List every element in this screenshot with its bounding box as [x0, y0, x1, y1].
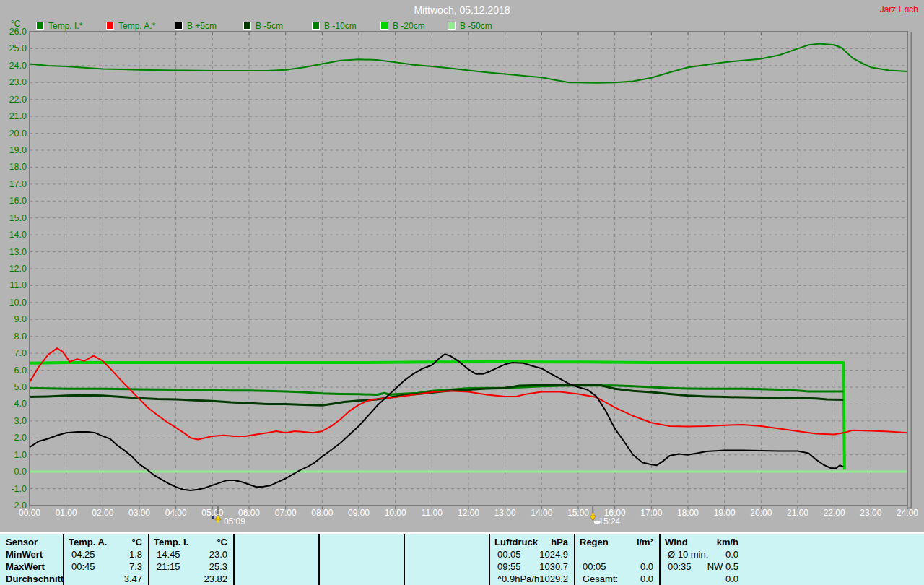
table-cell-value: 0.0: [659, 573, 738, 584]
x-tick-label: 21:00: [787, 508, 808, 518]
stats-table: SensorMinWertMaxWertDurchschnittTemp. A.…: [0, 534, 924, 585]
sunrise-time: 05:09: [224, 516, 245, 526]
x-tick-label: 17:00: [640, 508, 662, 518]
y-tick-label: 17.0: [9, 179, 27, 189]
y-tick-label: 7.0: [14, 348, 27, 358]
table-row-label-maxwert: MaxWert: [6, 561, 45, 572]
y-tick-label: 4.0: [14, 399, 27, 409]
table-cell-value: 1030.7: [489, 561, 568, 572]
x-tick-label: 15:00: [567, 508, 589, 518]
plot-border: [30, 32, 912, 508]
chart-series: [30, 43, 907, 490]
x-tick-label: 13:00: [494, 508, 516, 518]
x-tick-label: 19:00: [714, 508, 736, 518]
table-cell-value: 0.0: [574, 561, 653, 572]
y-tick-label: 8.0: [14, 332, 27, 342]
x-tick-label: 07:00: [275, 508, 297, 518]
y-tick-label: 0.0: [14, 467, 27, 477]
grid-lines: [30, 32, 907, 506]
y-tick-label: 11.0: [10, 280, 27, 290]
x-tick-label: 22:00: [824, 508, 845, 518]
y-tick-label: 19.0: [9, 145, 27, 155]
series-b-5cm-line: [30, 354, 843, 490]
y-tick-label: 25.0: [9, 43, 27, 53]
x-tick-label: 23:00: [860, 508, 881, 518]
y-tick-label: 3.0: [14, 416, 27, 426]
y-tick-label: 20.0: [9, 129, 27, 139]
y-tick-label: 26.0: [9, 27, 27, 37]
y-tick-label: 24.0: [9, 61, 27, 71]
table-cell-value: 3.47: [63, 573, 142, 584]
y-tick-label: 22.0: [9, 95, 27, 105]
x-tick-label: 12:00: [458, 508, 479, 518]
x-tick-label: 14:00: [531, 508, 552, 518]
table-unit-wind: km/h: [659, 537, 738, 547]
x-tick-label: 24:00: [897, 508, 918, 518]
table-column-separator: [318, 534, 320, 585]
table-unit-luftdruck: hPa: [489, 537, 568, 547]
x-tick-label: 00:00: [19, 508, 40, 518]
table-cell-value: 1.8: [63, 549, 142, 560]
series-b-20cm-line: [30, 362, 845, 469]
x-tick-label: 03:00: [128, 508, 150, 518]
table-cell-value: 1024.9: [489, 549, 568, 560]
table-row-label-sensor: Sensor: [6, 537, 38, 547]
y-tick-label: 1.0: [14, 450, 27, 460]
x-tick-label: 09:00: [348, 508, 370, 518]
y-tick-label: 6.0: [14, 365, 27, 376]
chart-plot: 26.025.024.023.022.021.020.019.018.017.0…: [0, 0, 924, 534]
table-row-label-minwert: MinWert: [6, 549, 43, 560]
y-tick-label: 23.0: [9, 77, 27, 87]
table-cell-value: 23.0: [148, 549, 227, 560]
y-tick-label: 21.0: [9, 111, 27, 121]
table-cell-value: 23.82: [148, 573, 227, 584]
y-tick-label: 18.0: [9, 162, 27, 172]
y-tick-label: 14.0: [9, 230, 27, 240]
table-unit-temp-i: °C: [148, 537, 227, 547]
table-cell-value: 25.3: [148, 561, 227, 572]
y-tick-label: 16.0: [9, 196, 27, 206]
x-tick-label: 20:00: [750, 508, 772, 518]
y-tick-label: 12.0: [9, 264, 27, 274]
table-column-separator: [233, 534, 235, 585]
x-tick-label: 08:00: [311, 508, 333, 518]
sunset-time: 15:24: [598, 516, 620, 526]
weather-app-screen: Mittwoch, 05.12.2018 Jarz Erich °C Temp.…: [0, 0, 924, 585]
y-tick-label: 13.0: [9, 247, 27, 257]
y-tick-label: 15.0: [9, 213, 27, 223]
table-row-label-durchschnitt: Durchschnitt: [6, 573, 64, 584]
x-tick-label: 18:00: [677, 508, 699, 518]
table-cell-value: 0.0: [659, 549, 738, 560]
x-tick-label: 10:00: [385, 508, 406, 518]
y-tick-label: -1.0: [11, 484, 27, 494]
x-tick-label: 11:00: [422, 508, 443, 518]
x-tick-label: 02:00: [92, 508, 113, 518]
y-tick-label: 2.0: [14, 433, 27, 443]
sunset-icon: [590, 516, 596, 521]
table-cell-value: 1029.2: [489, 573, 568, 584]
table-cell-value: 7.3: [63, 561, 142, 572]
y-tick-label: 5.0: [14, 382, 27, 392]
table-unit-regen: l/m²: [574, 537, 653, 547]
x-tick-label: 05:00: [201, 508, 223, 518]
x-tick-label: 04:00: [165, 508, 187, 518]
y-axis-labels: 26.025.024.023.022.021.020.019.018.017.0…: [9, 27, 27, 511]
sunrise-icon: [212, 516, 214, 519]
table-cell-value: 0.0: [574, 573, 653, 584]
table-cell-value: NW 0.5: [659, 561, 738, 572]
x-tick-label: 01:00: [56, 508, 77, 518]
table-unit-temp-a: °C: [63, 537, 142, 547]
y-tick-label: 10.0: [9, 298, 27, 308]
y-tick-label: 9.0: [14, 314, 27, 324]
table-column-separator: [404, 534, 405, 585]
x-axis-labels: 00:0001:0002:0003:0004:0005:0006:0007:00…: [19, 508, 918, 518]
